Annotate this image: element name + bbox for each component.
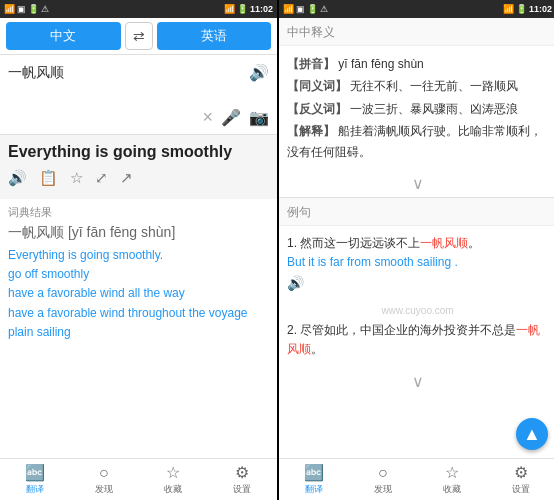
input-action-bar: × 🎤 📷 bbox=[8, 103, 269, 130]
dict-entry-title: 一帆风顺 [yī fān fēng shùn] bbox=[8, 224, 269, 242]
r-nav-favorites-label: 收藏 bbox=[443, 483, 461, 496]
examples-section-title: 例句 bbox=[279, 198, 554, 226]
example-area: 1. 然而这一切远远谈不上一帆风顺。 But it is far from sm… bbox=[279, 226, 554, 407]
dict-item-2[interactable]: have a favorable wind all the way bbox=[8, 284, 269, 303]
definition-expand-button[interactable]: ∨ bbox=[279, 172, 554, 197]
alert-icon: ⚠ bbox=[41, 4, 49, 14]
example-2-cn-after: 。 bbox=[311, 342, 323, 356]
right-inner: 中中释义 【拼音】 yī fān fēng shùn 【同义词】 无往不利、一往… bbox=[279, 18, 554, 500]
example-1-en-after: . bbox=[454, 255, 457, 269]
input-area: 一帆风顺 🔊 × 🎤 📷 bbox=[0, 55, 277, 135]
r-battery-icon: 🔋 bbox=[307, 4, 318, 14]
mic-icon[interactable]: 🎤 bbox=[221, 108, 241, 127]
r-signal-icon: 📶 bbox=[283, 4, 294, 14]
battery-icon: 🔋 bbox=[28, 4, 39, 14]
example-1: 1. 然而这一切远远谈不上一帆风顺。 But it is far from sm… bbox=[287, 234, 548, 295]
r-nav-settings[interactable]: ⚙ 设置 bbox=[487, 459, 554, 500]
r-translate-icon: 🔤 bbox=[304, 463, 324, 482]
r-nav-translate[interactable]: 🔤 翻译 bbox=[279, 459, 348, 500]
bottom-nav-right: 🔤 翻译 ○ 发现 ☆ 收藏 ⚙ 设置 bbox=[279, 458, 554, 500]
example-2: 2. 尽管如此，中国企业的海外投资并不总是一帆风顺。 bbox=[287, 321, 548, 359]
source-lang-button[interactable]: 中文 bbox=[6, 22, 121, 50]
example-1-cn-after: 。 bbox=[468, 236, 480, 250]
translation-main-text: Everything is going smoothly bbox=[8, 143, 269, 161]
nav-translate[interactable]: 🔤 翻译 bbox=[0, 459, 69, 500]
example-1-en-highlight: smooth sailing bbox=[374, 255, 451, 269]
battery2-icon: 🔋 bbox=[237, 4, 248, 14]
example-1-speaker[interactable]: 🔊 bbox=[287, 272, 548, 294]
antonym-value: 一波三折、暴风骤雨、凶涛恶浪 bbox=[350, 102, 518, 116]
dict-results: 词典结果 一帆风顺 [yī fān fēng shùn] Everything … bbox=[0, 199, 277, 458]
dict-pinyin: [yī fān fēng shùn] bbox=[68, 224, 175, 240]
dict-item-3[interactable]: have a favorable wind throughout the voy… bbox=[8, 304, 269, 323]
example-1-en: But it is far from smooth sailing . bbox=[287, 253, 548, 272]
examples-expand-button[interactable]: ∨ bbox=[287, 367, 548, 399]
nav-discover[interactable]: ○ 发现 bbox=[69, 459, 138, 500]
r-wifi-icon: ▣ bbox=[296, 4, 305, 14]
tl-expand-icon[interactable]: ⤢ bbox=[95, 169, 108, 187]
example-2-num: 2. bbox=[287, 323, 297, 337]
r-nav-translate-label: 翻译 bbox=[305, 483, 323, 496]
r-nav-favorites[interactable]: ☆ 收藏 bbox=[418, 459, 487, 500]
nav-favorites-label: 收藏 bbox=[164, 483, 182, 496]
r-battery2-icon: 🔋 bbox=[516, 4, 527, 14]
nav-settings[interactable]: ⚙ 设置 bbox=[208, 459, 277, 500]
explain-row: 【解释】 船挂着满帆顺风行驶。比喻非常顺利，没有任何阻碍。 bbox=[287, 121, 548, 162]
example-2-cn-before: 尽管如此，中国企业的海外投资并不总是 bbox=[300, 323, 516, 337]
time-left: 11:02 bbox=[250, 4, 273, 14]
examples-scroll: 例句 1. 然而这一切远远谈不上一帆风顺。 But it is far from… bbox=[279, 198, 554, 458]
dict-item-4[interactable]: plain sailing bbox=[8, 323, 269, 342]
synonym-row: 【同义词】 无往不利、一往无前、一路顺风 bbox=[287, 76, 548, 96]
antonym-row: 【反义词】 一波三折、暴风骤雨、凶涛恶浪 bbox=[287, 99, 548, 119]
dict-item-1[interactable]: go off smoothly bbox=[8, 265, 269, 284]
example-1-cn: 1. 然而这一切远远谈不上一帆风顺。 bbox=[287, 234, 548, 253]
translation-result: Everything is going smoothly 🔊 📋 ☆ ⤢ ↗ bbox=[0, 135, 277, 199]
nav-discover-label: 发现 bbox=[95, 483, 113, 496]
input-speaker-icon[interactable]: 🔊 bbox=[249, 63, 269, 82]
definition-section-title: 中中释义 bbox=[279, 18, 554, 46]
dict-item-0[interactable]: Everything is going smoothly. bbox=[8, 246, 269, 265]
tl-speaker-icon[interactable]: 🔊 bbox=[8, 169, 27, 187]
nav-settings-label: 设置 bbox=[233, 483, 251, 496]
dict-word: 一帆风顺 bbox=[8, 224, 64, 240]
definition-section: 中中释义 【拼音】 yī fān fēng shùn 【同义词】 无往不利、一往… bbox=[279, 18, 554, 198]
definition-area: 【拼音】 yī fān fēng shùn 【同义词】 无往不利、一往无前、一路… bbox=[279, 46, 554, 172]
camera-icon[interactable]: 📷 bbox=[249, 108, 269, 127]
r-nav-discover-label: 发现 bbox=[374, 483, 392, 496]
r-alert-icon: ⚠ bbox=[320, 4, 328, 14]
status-bar-left: 📶 ▣ 🔋 ⚠ 📶 🔋 11:02 bbox=[0, 0, 277, 18]
example-1-cn-highlight: 一帆风顺 bbox=[420, 236, 468, 250]
r-nav-discover[interactable]: ○ 发现 bbox=[348, 459, 417, 500]
antonym-label: 【反义词】 bbox=[287, 102, 347, 116]
target-lang-button[interactable]: 英语 bbox=[157, 22, 272, 50]
example-2-cn: 2. 尽管如此，中国企业的海外投资并不总是一帆风顺。 bbox=[287, 321, 548, 359]
input-text[interactable]: 一帆风顺 bbox=[8, 63, 269, 103]
nav-favorites[interactable]: ☆ 收藏 bbox=[139, 459, 208, 500]
fab-button[interactable]: ▲ bbox=[516, 418, 548, 450]
translate-icon: 🔤 bbox=[25, 463, 45, 482]
translation-actions: 🔊 📋 ☆ ⤢ ↗ bbox=[8, 165, 269, 191]
status-time-left: 📶 🔋 11:02 bbox=[224, 4, 273, 14]
lang-bar: 中文 ⇄ 英语 bbox=[0, 18, 277, 55]
synonym-value: 无往不利、一往无前、一路顺风 bbox=[350, 79, 518, 93]
status-time-right: 📶 🔋 11:02 bbox=[503, 4, 552, 14]
synonym-label: 【同义词】 bbox=[287, 79, 347, 93]
swap-lang-button[interactable]: ⇄ bbox=[125, 22, 153, 50]
star-icon: ☆ bbox=[166, 463, 180, 482]
status-icons-left: 📶 ▣ 🔋 ⚠ bbox=[4, 4, 49, 14]
r-star-icon: ☆ bbox=[445, 463, 459, 482]
nav-translate-label: 翻译 bbox=[26, 483, 44, 496]
signal-icon: 📶 bbox=[4, 4, 15, 14]
r-discover-icon: ○ bbox=[378, 464, 388, 482]
pinyin-row: 【拼音】 yī fān fēng shùn bbox=[287, 54, 548, 74]
signal2-icon: 📶 bbox=[224, 4, 235, 14]
pinyin-value: yī fān fēng shùn bbox=[338, 57, 423, 71]
example-1-cn-before: 然而这一切远远谈不上 bbox=[300, 236, 420, 250]
tl-star-icon[interactable]: ☆ bbox=[70, 169, 83, 187]
tl-copy-icon[interactable]: 📋 bbox=[39, 169, 58, 187]
example-1-num: 1. bbox=[287, 236, 297, 250]
tl-share-icon[interactable]: ↗ bbox=[120, 169, 133, 187]
r-settings-icon: ⚙ bbox=[514, 463, 528, 482]
settings-icon: ⚙ bbox=[235, 463, 249, 482]
clear-icon[interactable]: × bbox=[202, 107, 213, 128]
